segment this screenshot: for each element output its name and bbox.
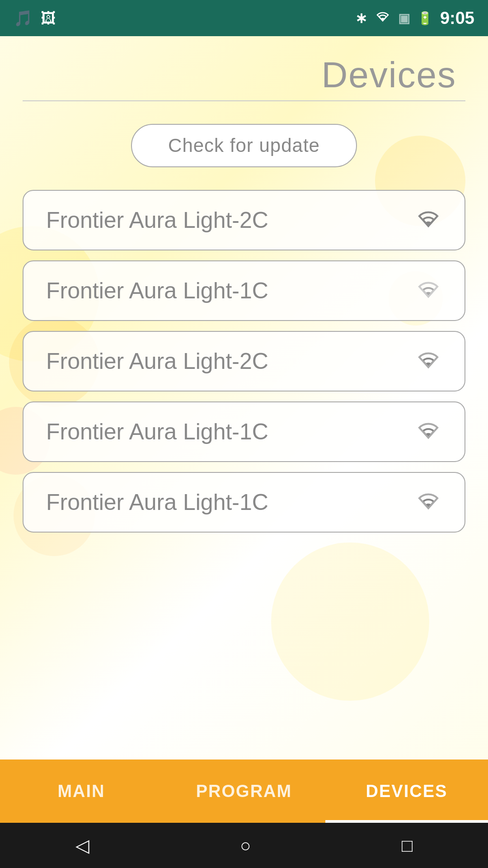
system-nav: ◁ ○ □ xyxy=(0,823,488,868)
status-right-icons: ∗ ▣ 🔋 9:05 xyxy=(355,9,474,28)
bottom-nav: MAIN PROGRAM DEVICES xyxy=(0,760,488,823)
device-item[interactable]: Frontier Aura Light-1C xyxy=(23,401,465,462)
bluetooth-icon: ∗ xyxy=(355,9,367,27)
status-left-icons: 🎵 🖼 xyxy=(14,9,56,27)
device-item[interactable]: Frontier Aura Light-1C xyxy=(23,472,465,533)
device-item[interactable]: Frontier Aura Light-2C xyxy=(23,331,465,392)
check-update-button[interactable]: Check for update xyxy=(131,124,357,167)
device-name: Frontier Aura Light-2C xyxy=(46,348,268,374)
page-title: Devices xyxy=(321,54,456,96)
tab-devices[interactable]: DEVICES xyxy=(325,760,488,823)
wifi-icon xyxy=(415,420,442,444)
device-item[interactable]: Frontier Aura Light-2C xyxy=(23,190,465,250)
time-display: 9:05 xyxy=(440,9,474,28)
device-name: Frontier Aura Light-2C xyxy=(46,207,268,233)
signal-icon: ▣ xyxy=(398,11,410,26)
battery-icon: 🔋 xyxy=(417,11,433,26)
status-bar: 🎵 🖼 ∗ ▣ 🔋 9:05 xyxy=(0,0,488,36)
wifi-icon xyxy=(415,490,442,514)
music-icon: 🎵 xyxy=(14,9,33,27)
device-list: Frontier Aura Light-2C Frontier Aura Lig… xyxy=(23,190,465,533)
device-name: Frontier Aura Light-1C xyxy=(46,419,268,445)
page-title-row: Devices xyxy=(23,54,465,101)
wifi-status-icon xyxy=(375,9,391,27)
device-name: Frontier Aura Light-1C xyxy=(46,489,268,515)
wifi-icon xyxy=(415,208,442,232)
back-button[interactable]: ◁ xyxy=(75,835,89,856)
image-icon: 🖼 xyxy=(41,9,56,27)
wifi-icon xyxy=(415,278,442,303)
device-item[interactable]: Frontier Aura Light-1C xyxy=(23,260,465,321)
device-name: Frontier Aura Light-1C xyxy=(46,278,268,304)
tab-main[interactable]: MAIN xyxy=(0,760,163,823)
wifi-icon xyxy=(415,349,442,373)
home-button[interactable]: ○ xyxy=(240,835,251,856)
tab-program[interactable]: PROGRAM xyxy=(163,760,325,823)
main-content: Devices Check for update Frontier Aura L… xyxy=(0,36,488,760)
recent-button[interactable]: □ xyxy=(402,835,413,856)
